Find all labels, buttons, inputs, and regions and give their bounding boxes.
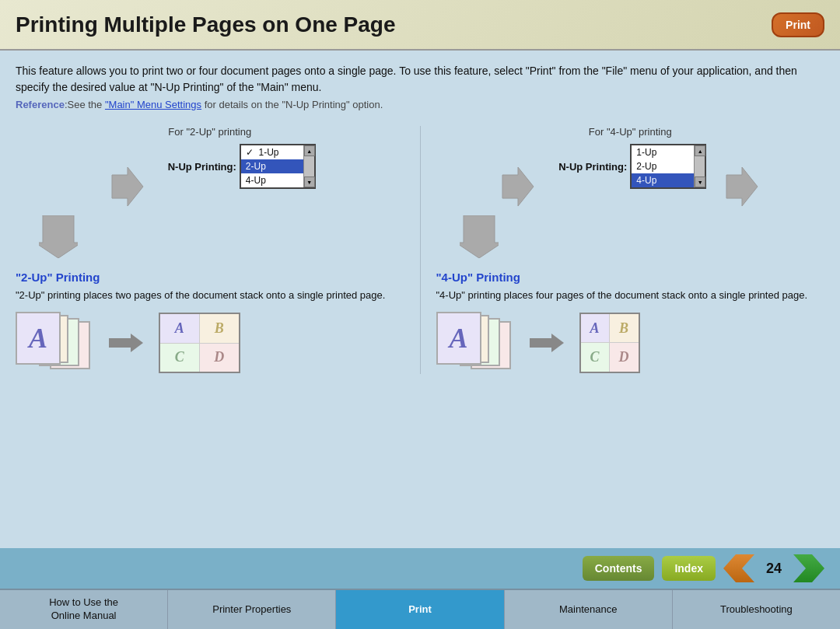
page-header: Printing Multiple Pages on One Page Prin…	[0, 0, 840, 51]
reference-text-prefix: See the	[68, 99, 105, 110]
tab-printer-properties[interactable]: Printer Properties	[168, 590, 336, 629]
4up-arrow-right	[530, 334, 564, 352]
4up-dropdown[interactable]: 1-Up 2-Up 4-Up ▲ ▼	[630, 144, 706, 189]
4up-source-stack: D C B A	[436, 312, 514, 374]
bottom-tabs: How to Use the Online Manual Printer Pro…	[0, 589, 840, 629]
2up-dropdown[interactable]: ✓ 1-Up 2-Up 4-Up ▲ ▼	[240, 144, 316, 189]
panel-4up: For "4-Up" printing N-Up Printing:	[421, 126, 825, 374]
4up-result-page: A B C D	[579, 313, 640, 373]
tab-troubleshooting[interactable]: Troubleshooting	[673, 590, 840, 629]
result-cell-c: C	[160, 343, 200, 372]
4up-selector-area: For "4-Up" printing N-Up Printing:	[436, 126, 825, 264]
4up-option-2up[interactable]: 2-Up	[632, 159, 694, 173]
4up-scrollbar: ▲ ▼	[694, 145, 705, 187]
reference-label: Reference	[16, 99, 65, 110]
2up-dropdown-items: ✓ 1-Up 2-Up 4-Up	[241, 145, 303, 187]
svg-marker-2	[39, 215, 78, 258]
tab-print[interactable]: Print	[336, 590, 504, 629]
dual-panel: For "2-Up" printing N-Up Printing:	[16, 126, 824, 374]
panel-2up: For "2-Up" printing N-Up Printing:	[16, 126, 421, 374]
svg-marker-0	[112, 167, 143, 206]
4up-option-1up[interactable]: 1-Up	[632, 145, 694, 159]
4up-option-4up[interactable]: 4-Up	[632, 173, 694, 187]
2up-section-desc: "2-Up" printing places two pages of the …	[16, 288, 404, 302]
4up-down-arrow	[460, 215, 499, 258]
svg-marker-4	[726, 167, 758, 206]
4up-dropdown-items: 1-Up 2-Up 4-Up	[632, 145, 694, 187]
2up-pages-demo: D C B A A B C D	[16, 312, 404, 374]
2up-option-2up[interactable]: 2-Up	[241, 159, 303, 173]
next-button[interactable]	[793, 554, 824, 582]
4up-right-arrow	[719, 167, 765, 206]
prev-button[interactable]	[723, 554, 754, 582]
index-button[interactable]: Index	[662, 556, 716, 581]
reference-suffix: for details on the "N-Up Printing" optio…	[201, 99, 383, 110]
4up-section-desc: "4-Up" printing places four pages of the…	[436, 288, 825, 302]
result-cell-d: D	[200, 343, 240, 372]
reference-line: Reference:See the "Main" Menu Settings f…	[16, 99, 824, 110]
header-badge: Print	[772, 12, 824, 37]
4up-scroll-down[interactable]: ▼	[695, 176, 705, 187]
4up-scroll-up[interactable]: ▲	[695, 145, 705, 156]
page-wrapper: Printing Multiple Pages on One Page Prin…	[0, 0, 840, 629]
4up-left-arrow	[495, 167, 541, 206]
page-a-card: A	[16, 312, 61, 365]
2up-section-title: "2-Up" Printing	[16, 271, 404, 284]
2up-scrollbar: ▲ ▼	[303, 145, 314, 187]
intro-text: This feature allows you to print two or …	[16, 63, 824, 96]
2up-source-stack: D C B A	[16, 312, 93, 374]
contents-button[interactable]: Contents	[583, 556, 655, 581]
4up-result-c: C	[581, 343, 610, 372]
2up-option-1up[interactable]: ✓ 1-Up	[241, 145, 303, 159]
result-cell-b: B	[200, 314, 240, 343]
nav-bar: Contents Index 24	[0, 548, 840, 589]
4up-result-d: D	[610, 343, 639, 372]
svg-marker-3	[502, 167, 534, 206]
page-title: Printing Multiple Pages on One Page	[16, 12, 396, 37]
4up-section-title: "4-Up" Printing	[436, 271, 825, 284]
4up-demo-label: For "4-Up" printing	[589, 126, 672, 138]
2up-nup-label: N-Up Printing:	[168, 161, 236, 173]
reference-link[interactable]: "Main" Menu Settings	[105, 99, 201, 110]
result-cell-a: A	[160, 314, 200, 343]
2up-down-arrow	[39, 215, 78, 258]
4up-page-a-card: A	[436, 312, 481, 365]
4up-nup-label: N-Up Printing:	[558, 161, 627, 173]
4up-result-a: A	[581, 314, 610, 343]
4up-pages-demo: D C B A A B C D	[436, 312, 825, 374]
2up-option-4up[interactable]: 4-Up	[241, 173, 303, 187]
2up-arrow-right	[109, 334, 143, 352]
2up-scroll-up[interactable]: ▲	[304, 145, 315, 156]
2up-left-arrow	[104, 167, 151, 206]
svg-marker-5	[460, 215, 499, 258]
tab-how-to[interactable]: How to Use the Online Manual	[0, 590, 168, 629]
tab-maintenance[interactable]: Maintenance	[505, 590, 673, 629]
main-content: This feature allows you to print two or …	[0, 51, 840, 548]
2up-demo-label: For "2-Up" printing	[168, 126, 251, 138]
2up-selector-area: For "2-Up" printing N-Up Printing:	[16, 126, 404, 264]
2up-scroll-down[interactable]: ▼	[304, 176, 315, 187]
page-number: 24	[762, 561, 786, 577]
2up-result-page: A B C D	[159, 313, 240, 373]
4up-result-b: B	[610, 314, 639, 343]
